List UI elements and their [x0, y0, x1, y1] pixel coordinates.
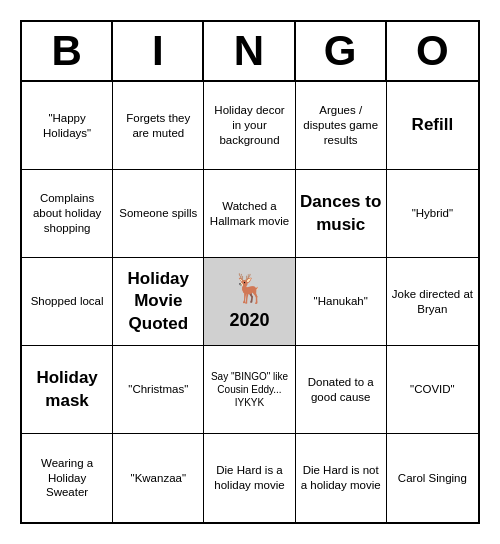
bingo-header: BINGO	[22, 22, 478, 82]
bingo-cell-22: Die Hard is a holiday movie	[204, 434, 295, 522]
bingo-cell-9: "Hybrid"	[387, 170, 478, 258]
bingo-cell-2: Holiday decor in your background	[204, 82, 295, 170]
bingo-cell-4: Refill	[387, 82, 478, 170]
bingo-cell-15: Holiday mask	[22, 346, 113, 434]
bingo-cell-0: "Happy Holidays"	[22, 82, 113, 170]
bingo-cell-5: Complains about holiday shopping	[22, 170, 113, 258]
bingo-card: BINGO "Happy Holidays"Forgets they are m…	[20, 20, 480, 524]
bingo-letter-b: B	[22, 22, 113, 80]
bingo-grid: "Happy Holidays"Forgets they are mutedHo…	[22, 82, 478, 522]
bingo-cell-17: Say "BINGO" like Cousin Eddy... IYKYK	[204, 346, 295, 434]
bingo-letter-i: I	[113, 22, 204, 80]
bingo-cell-13: "Hanukah"	[296, 258, 387, 346]
bingo-cell-12: 🦌2020	[204, 258, 295, 346]
bingo-cell-16: "Christmas"	[113, 346, 204, 434]
bingo-cell-8: Dances to music	[296, 170, 387, 258]
bingo-cell-18: Donated to a good cause	[296, 346, 387, 434]
bingo-cell-1: Forgets they are muted	[113, 82, 204, 170]
bingo-cell-10: Shopped local	[22, 258, 113, 346]
bingo-cell-19: "COVID"	[387, 346, 478, 434]
bingo-letter-n: N	[204, 22, 295, 80]
bingo-cell-7: Watched a Hallmark movie	[204, 170, 295, 258]
bingo-cell-23: Die Hard is not a holiday movie	[296, 434, 387, 522]
bingo-cell-14: Joke directed at Bryan	[387, 258, 478, 346]
bingo-letter-g: G	[296, 22, 387, 80]
bingo-cell-6: Someone spills	[113, 170, 204, 258]
bingo-letter-o: O	[387, 22, 478, 80]
bingo-cell-24: Carol Singing	[387, 434, 478, 522]
bingo-cell-3: Argues / disputes game results	[296, 82, 387, 170]
bingo-cell-20: Wearing a Holiday Sweater	[22, 434, 113, 522]
bingo-cell-11: Holiday Movie Quoted	[113, 258, 204, 346]
bingo-cell-21: "Kwanzaa"	[113, 434, 204, 522]
